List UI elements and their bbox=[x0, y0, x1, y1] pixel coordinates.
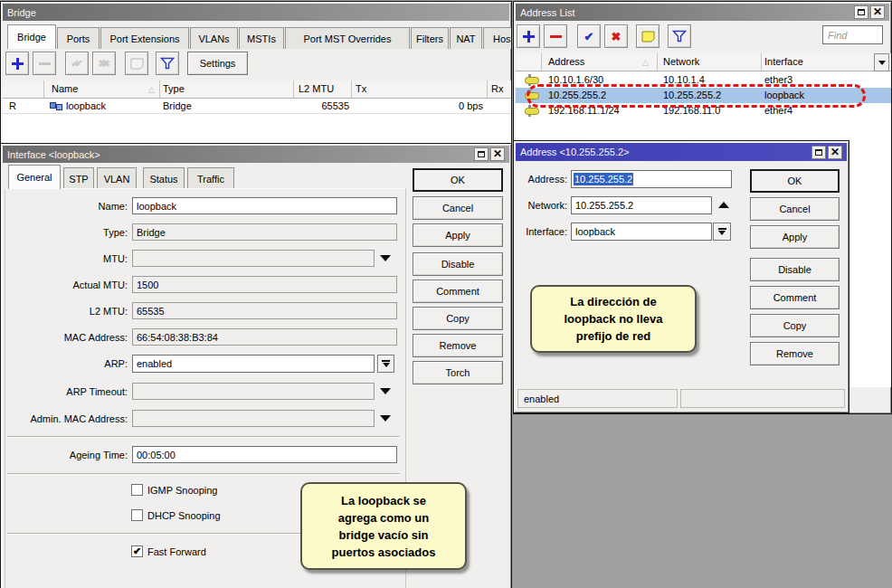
bridge-table-header[interactable]: Name △ Type L2 MTU Tx Rx bbox=[3, 81, 511, 99]
bridge-add-button[interactable] bbox=[5, 52, 29, 75]
ok-button[interactable]: OK bbox=[413, 168, 503, 192]
tab-traffic[interactable]: Traffic bbox=[187, 167, 234, 189]
tab-stp[interactable]: STP bbox=[63, 167, 94, 189]
maximize-icon bbox=[815, 149, 822, 156]
address-dialog-close-button[interactable]: ✕ bbox=[828, 146, 842, 159]
tab-bridge[interactable]: Bridge bbox=[7, 24, 56, 49]
add-icon bbox=[523, 31, 535, 43]
network-field[interactable]: 10.255.255.2 bbox=[571, 196, 712, 214]
tab-general[interactable]: General bbox=[8, 165, 61, 189]
address-list-title: Address List bbox=[520, 7, 575, 18]
comment-button[interactable]: Comment bbox=[413, 280, 503, 303]
network-up-icon[interactable] bbox=[718, 202, 729, 208]
bridge-disable-button[interactable]: ✖ bbox=[92, 52, 116, 75]
sort-asc-icon: △ bbox=[148, 85, 155, 94]
interface-titlebar[interactable]: Interface <loopback> bbox=[3, 146, 509, 163]
apply-button[interactable]: Apply bbox=[413, 223, 503, 247]
cancel-button[interactable]: Cancel bbox=[413, 196, 503, 220]
igmp-checkbox[interactable] bbox=[131, 484, 143, 496]
find-input[interactable]: Find bbox=[822, 25, 883, 44]
address-dialog-titlebar[interactable]: Address <10.255.255.2> bbox=[516, 143, 847, 161]
fastforward-label: Fast Forward bbox=[147, 546, 206, 557]
disable-button[interactable]: Disable bbox=[750, 258, 840, 281]
column-select-button[interactable] bbox=[874, 53, 889, 71]
tab-hosts[interactable]: Hosts bbox=[483, 27, 512, 49]
address-add-button[interactable] bbox=[517, 24, 540, 48]
address-list-close-button[interactable]: ✕ bbox=[870, 5, 885, 19]
bridge-settings-button[interactable]: Settings bbox=[187, 52, 248, 75]
sort-asc-icon: △ bbox=[642, 58, 649, 67]
mtu-dropdown-icon[interactable] bbox=[380, 255, 391, 261]
tab-filters[interactable]: Filters bbox=[411, 27, 449, 49]
chevron-down-icon bbox=[878, 61, 886, 65]
bridge-enable-button[interactable]: ✔ bbox=[65, 52, 89, 75]
address-table-header[interactable]: Address △ Network Interface bbox=[516, 53, 891, 71]
copy-button[interactable]: Copy bbox=[413, 307, 503, 330]
fastforward-checkbox[interactable]: ✔ bbox=[131, 545, 143, 557]
address-comment-button[interactable] bbox=[636, 24, 660, 48]
mtu-label: MTU: bbox=[3, 253, 128, 264]
address-disable-button[interactable]: ✖ bbox=[604, 24, 628, 48]
close-icon: ✕ bbox=[873, 6, 882, 17]
bridge-remove-button[interactable] bbox=[33, 52, 56, 75]
tab-port-mst-overrides[interactable]: Port MST Overrides bbox=[285, 27, 410, 49]
remove-button[interactable]: Remove bbox=[750, 342, 840, 365]
apply-button[interactable]: Apply bbox=[750, 225, 840, 249]
address-remove-button[interactable] bbox=[544, 24, 567, 48]
bridge-titlebar[interactable]: Bridge bbox=[3, 4, 509, 21]
address-list-maximize-button[interactable] bbox=[854, 5, 868, 19]
address-filter-button[interactable] bbox=[668, 24, 691, 48]
col-address[interactable]: Address bbox=[548, 56, 584, 67]
bridge-row-loopback[interactable]: R loopback Bridge 65535 0 bps bbox=[3, 99, 511, 114]
col-network[interactable]: Network bbox=[663, 56, 699, 67]
interface-field[interactable]: loopback bbox=[571, 223, 712, 241]
col-type[interactable]: Type bbox=[163, 83, 185, 94]
cancel-button[interactable]: Cancel bbox=[750, 197, 840, 221]
torch-button[interactable]: Torch bbox=[413, 361, 503, 384]
dhcp-checkbox[interactable] bbox=[131, 509, 143, 521]
bridge-note: La loopback se agrega como un bridge vac… bbox=[300, 482, 467, 570]
interface-dropdown-button[interactable] bbox=[713, 223, 731, 241]
bridge-comment-button[interactable] bbox=[125, 52, 148, 75]
bridge-filter-button[interactable] bbox=[156, 52, 179, 75]
disable-icon: ✖ bbox=[612, 31, 622, 43]
address-dialog-maximize-button[interactable] bbox=[811, 146, 826, 159]
col-tx[interactable]: Tx bbox=[356, 83, 366, 94]
col-interface[interactable]: Interface bbox=[764, 56, 803, 67]
name-field[interactable]: loopback bbox=[132, 197, 397, 214]
col-rx[interactable]: Rx bbox=[491, 83, 503, 94]
tab-vlans[interactable]: VLANs bbox=[190, 27, 238, 49]
tab-mstis[interactable]: MSTIs bbox=[239, 27, 284, 49]
arp-dropdown-button[interactable] bbox=[377, 355, 394, 373]
arp-field[interactable]: enabled bbox=[132, 355, 375, 373]
arp-timeout-dropdown-icon[interactable] bbox=[380, 388, 391, 394]
arp-timeout-field[interactable] bbox=[132, 383, 375, 400]
copy-button[interactable]: Copy bbox=[750, 314, 840, 337]
tab-vlan[interactable]: VLAN bbox=[97, 167, 137, 189]
chevron-down-icon bbox=[718, 231, 726, 235]
ok-button[interactable]: OK bbox=[750, 169, 840, 193]
ageing-field[interactable]: 00:05:00 bbox=[132, 446, 397, 463]
tab-ports[interactable]: Ports bbox=[57, 27, 100, 49]
interface-maximize-button[interactable] bbox=[474, 147, 489, 161]
disable-button[interactable]: Disable bbox=[413, 252, 503, 276]
mtu-field[interactable] bbox=[132, 250, 375, 267]
admin-mac-dropdown-icon[interactable] bbox=[380, 415, 391, 422]
address-enable-button[interactable]: ✔ bbox=[577, 24, 601, 48]
admin-mac-field[interactable] bbox=[132, 410, 375, 427]
tab-port-extensions[interactable]: Port Extensions bbox=[100, 27, 189, 49]
igmp-label: IGMP Snooping bbox=[147, 485, 217, 496]
address-list-titlebar[interactable]: Address List bbox=[516, 4, 889, 21]
tab-status[interactable]: Status bbox=[143, 167, 185, 189]
comment-button[interactable]: Comment bbox=[750, 286, 840, 309]
interface-close-button[interactable]: ✕ bbox=[490, 147, 505, 161]
comment-icon bbox=[130, 58, 144, 70]
remove-button[interactable]: Remove bbox=[413, 334, 503, 357]
col-name[interactable]: Name bbox=[52, 83, 78, 94]
col-l2mtu[interactable]: L2 MTU bbox=[299, 83, 334, 94]
type-label: Type: bbox=[3, 227, 128, 238]
address-field[interactable]: 10.255.255.2 bbox=[571, 170, 732, 188]
tab-nat[interactable]: NAT bbox=[450, 27, 482, 49]
add-icon bbox=[12, 58, 24, 70]
admin-mac-label: Admin. MAC Address: bbox=[3, 413, 128, 424]
